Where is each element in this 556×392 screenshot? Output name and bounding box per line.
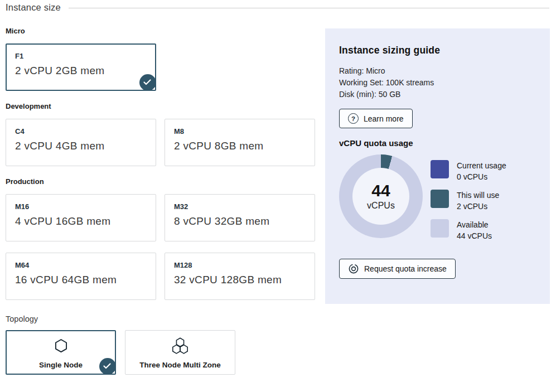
legend-label: This will use xyxy=(457,191,499,200)
request-quota-increase-label: Request quota increase xyxy=(364,264,447,273)
quota-usage-title: vCPU quota usage xyxy=(339,138,536,148)
card-spec-label: 8 vCPU 32GB mem xyxy=(174,215,306,228)
topology-row: Single Node Three Node Multi Zone xyxy=(6,330,318,375)
legend-label: Current usage xyxy=(457,161,506,170)
card-tier-label: M128 xyxy=(174,261,306,269)
card-spec-label: 2 vCPU 8GB mem xyxy=(174,140,306,152)
single-hexagon-icon xyxy=(54,337,68,355)
card-spec-label: 2 vCPU 2GB mem xyxy=(15,65,147,77)
development-row: C4 2 vCPU 4GB mem M8 2 vCPU 8GB mem xyxy=(6,119,318,166)
legend-item-this-will-use: This will use 2 vCPUs xyxy=(431,190,506,212)
instance-card-f1[interactable]: F1 2 vCPU 2GB mem xyxy=(6,43,156,91)
production-row-2: M64 16 vCPU 64GB mem M128 32 vCPU 128GB … xyxy=(6,253,318,300)
donut-center: 44 vCPUs xyxy=(352,168,409,225)
instance-size-page: Instance size Micro F1 2 vCPU 2GB mem De… xyxy=(0,0,556,392)
legend-swatch-this-will-use xyxy=(431,190,449,208)
selected-check-icon xyxy=(139,74,156,91)
learn-more-label: Learn more xyxy=(364,114,404,123)
page-header: Instance size xyxy=(6,2,549,13)
production-row-1: M16 4 vCPU 16GB mem M32 8 vCPU 32GB mem xyxy=(6,194,318,241)
card-tier-label: M32 xyxy=(174,202,306,211)
section-label-topology: Topology xyxy=(6,314,318,323)
instance-card-m16[interactable]: M16 4 vCPU 16GB mem xyxy=(6,194,156,241)
question-circle-icon: ? xyxy=(348,113,359,124)
legend-swatch-available xyxy=(431,219,449,238)
guide-disk: Disk (min): 50 GB xyxy=(339,89,536,100)
three-hexagons-icon xyxy=(170,337,191,355)
card-spec-label: 2 vCPU 4GB mem xyxy=(15,140,147,152)
micro-row: F1 2 vCPU 2GB mem xyxy=(6,43,318,91)
instance-card-m32[interactable]: M32 8 vCPU 32GB mem xyxy=(165,194,315,241)
legend-value: 44 vCPUs xyxy=(457,231,492,240)
selected-check-icon xyxy=(99,358,116,375)
topology-card-single-node[interactable]: Single Node xyxy=(6,330,116,375)
topology-label: Single Node xyxy=(39,361,83,369)
header-divider xyxy=(69,8,549,8)
legend-item-available: Available 44 vCPUs xyxy=(431,219,506,241)
vcpu-quota-donut-chart: 44 vCPUs xyxy=(339,154,423,238)
legend-label: Available xyxy=(457,220,489,229)
section-label-micro: Micro xyxy=(6,27,318,35)
instance-card-m8[interactable]: M8 2 vCPU 8GB mem xyxy=(165,119,315,166)
instance-size-options: Micro F1 2 vCPU 2GB mem Development C4 2… xyxy=(6,27,318,375)
card-tier-label: M8 xyxy=(174,127,306,135)
instance-card-m128[interactable]: M128 32 vCPU 128GB mem xyxy=(165,253,315,300)
card-tier-label: C4 xyxy=(15,127,147,135)
instance-card-c4[interactable]: C4 2 vCPU 4GB mem xyxy=(6,119,156,166)
quota-legend: Current usage 0 vCPUs This will use 2 vC… xyxy=(431,160,506,249)
instance-sizing-guide-panel: Instance sizing guide Rating: Micro Work… xyxy=(325,28,550,304)
guide-rating: Rating: Micro xyxy=(339,65,536,77)
guide-info: Rating: Micro Working Set: 100K streams … xyxy=(339,65,536,100)
donut-center-label: vCPUs xyxy=(367,201,395,211)
section-label-production: Production xyxy=(6,177,318,186)
quota-target-icon xyxy=(348,263,359,274)
card-tier-label: M64 xyxy=(15,261,147,269)
legend-item-current-usage: Current usage 0 vCPUs xyxy=(431,160,506,182)
card-spec-label: 32 vCPU 128GB mem xyxy=(174,274,306,286)
quota-chart-row: 44 vCPUs Current usage 0 vCPUs This will… xyxy=(339,154,536,249)
section-label-development: Development xyxy=(6,102,318,110)
page-title: Instance size xyxy=(6,2,61,13)
request-quota-increase-button[interactable]: Request quota increase xyxy=(339,259,456,279)
guide-title: Instance sizing guide xyxy=(339,45,536,56)
legend-swatch-current-usage xyxy=(431,160,449,178)
learn-more-button[interactable]: ? Learn more xyxy=(339,109,413,128)
donut-center-value: 44 xyxy=(371,182,390,200)
topology-card-three-node-multi-zone[interactable]: Three Node Multi Zone xyxy=(125,330,235,375)
card-spec-label: 4 vCPU 16GB mem xyxy=(15,215,147,228)
card-spec-label: 16 vCPU 64GB mem xyxy=(15,274,147,286)
legend-value: 0 vCPUs xyxy=(457,172,487,181)
card-tier-label: F1 xyxy=(15,52,147,60)
topology-label: Three Node Multi Zone xyxy=(139,361,221,369)
card-tier-label: M16 xyxy=(15,202,147,211)
legend-value: 2 vCPUs xyxy=(457,202,487,211)
instance-card-m64[interactable]: M64 16 vCPU 64GB mem xyxy=(6,253,156,300)
guide-working-set: Working Set: 100K streams xyxy=(339,77,536,89)
